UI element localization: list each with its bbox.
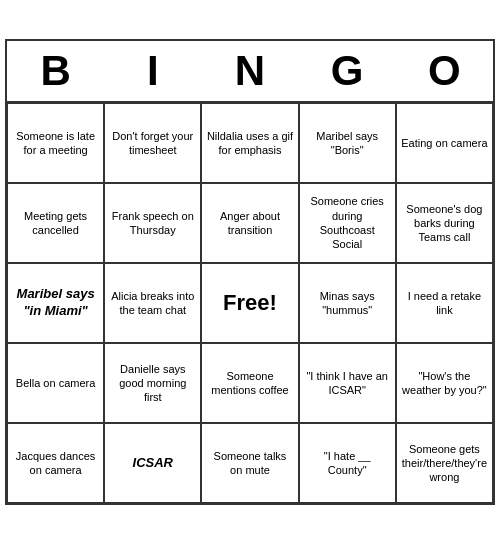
bingo-grid: Someone is late for a meetingDon't forge… (7, 103, 493, 503)
bingo-cell-3[interactable]: Maribel says "Boris" (299, 103, 396, 183)
bingo-cell-19[interactable]: "How's the weather by you?" (396, 343, 493, 423)
bingo-cell-13[interactable]: Minas says "hummus" (299, 263, 396, 343)
bingo-cell-15[interactable]: Bella on camera (7, 343, 104, 423)
bingo-cell-0[interactable]: Someone is late for a meeting (7, 103, 104, 183)
bingo-cell-6[interactable]: Frank speech on Thursday (104, 183, 201, 263)
bingo-cell-11[interactable]: Alicia breaks into the team chat (104, 263, 201, 343)
bingo-cell-10[interactable]: Maribel says "in Miami" (7, 263, 104, 343)
header-letter-o: O (396, 47, 493, 95)
bingo-cell-24[interactable]: Someone gets their/there/they're wrong (396, 423, 493, 503)
bingo-header: BINGO (7, 41, 493, 103)
header-letter-b: B (7, 47, 104, 95)
header-letter-g: G (299, 47, 396, 95)
bingo-cell-7[interactable]: Anger about transition (201, 183, 298, 263)
bingo-cell-17[interactable]: Someone mentions coffee (201, 343, 298, 423)
bingo-card: BINGO Someone is late for a meetingDon't… (5, 39, 495, 505)
bingo-cell-16[interactable]: Danielle says good morning first (104, 343, 201, 423)
bingo-cell-23[interactable]: "I hate __ County" (299, 423, 396, 503)
bingo-cell-8[interactable]: Someone cries during Southcoast Social (299, 183, 396, 263)
bingo-cell-2[interactable]: Nildalia uses a gif for emphasis (201, 103, 298, 183)
bingo-cell-12[interactable]: Free! (201, 263, 298, 343)
header-letter-i: I (104, 47, 201, 95)
bingo-cell-14[interactable]: I need a retake link (396, 263, 493, 343)
bingo-cell-20[interactable]: Jacques dances on camera (7, 423, 104, 503)
bingo-cell-21[interactable]: ICSAR (104, 423, 201, 503)
header-letter-n: N (201, 47, 298, 95)
bingo-cell-1[interactable]: Don't forget your timesheet (104, 103, 201, 183)
bingo-cell-9[interactable]: Someone's dog barks during Teams call (396, 183, 493, 263)
bingo-cell-4[interactable]: Eating on camera (396, 103, 493, 183)
bingo-cell-5[interactable]: Meeting gets cancelled (7, 183, 104, 263)
bingo-cell-18[interactable]: "I think I have an ICSAR" (299, 343, 396, 423)
bingo-cell-22[interactable]: Someone talks on mute (201, 423, 298, 503)
